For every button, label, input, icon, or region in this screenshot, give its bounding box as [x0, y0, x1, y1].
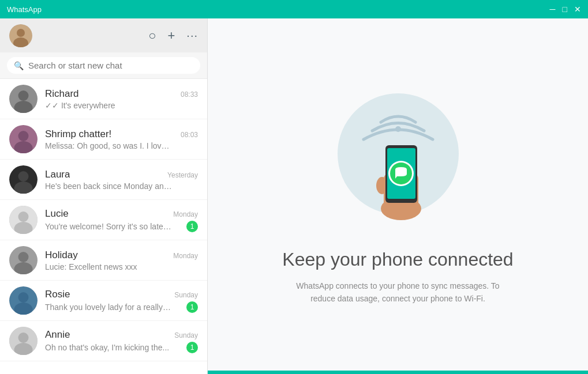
unread-badge: 1 [186, 301, 198, 313]
chat-bottom: Melissa: Oh good, so was I. I love 💗 S..… [45, 141, 198, 150]
new-chat-icon[interactable]: + [167, 28, 175, 43]
user-avatar[interactable] [9, 24, 32, 47]
chat-top: Richard 08:33 [45, 88, 198, 100]
chat-avatar [9, 246, 38, 274]
chat-time: Sunday [174, 331, 198, 339]
chat-preview: ✓✓ It's everywhere [45, 101, 115, 110]
chat-avatar [9, 327, 38, 355]
chat-top: Rosie Sunday [45, 289, 198, 300]
chat-item-holiday[interactable]: Holiday Monday Lucie: Excellent news xxx [0, 240, 207, 281]
svg-point-19 [18, 292, 29, 303]
close-button[interactable]: ✕ [574, 5, 581, 13]
minimize-button[interactable]: ─ [550, 5, 556, 13]
bottom-bar [208, 371, 588, 374]
chat-list: Richard 08:33 ✓✓ It's everywhere Shrimp [0, 79, 207, 374]
unread-badge: 1 [186, 221, 198, 232]
chat-preview: Melissa: Oh good, so was I. I love 💗 S..… [45, 141, 172, 150]
chat-item-richard[interactable]: Richard 08:33 ✓✓ It's everywhere [0, 79, 207, 119]
right-description: WhatsApp connects to your phone to sync … [289, 279, 508, 305]
chat-name: Shrimp chatter! [45, 129, 111, 140]
chat-top: Annie Sunday [45, 329, 198, 341]
chat-avatar [9, 125, 38, 153]
header-icons: ○ + ··· [148, 28, 198, 43]
svg-point-10 [18, 171, 29, 182]
illustration [317, 88, 479, 232]
chat-item-shrimp-chatter[interactable]: Shrimp chatter! 08:03 Melissa: Oh good, … [0, 119, 207, 160]
chat-item-annie[interactable]: Annie Sunday Oh no that's okay, I'm kick… [0, 321, 207, 361]
chat-top: Shrimp chatter! 08:03 [45, 129, 198, 140]
titlebar: WhatsApp ─ □ ✕ [0, 0, 588, 18]
chat-time: Sunday [174, 291, 198, 299]
search-bar: 🔍 [0, 52, 207, 79]
chat-time: Monday [173, 210, 198, 218]
chat-name: Annie [45, 329, 70, 341]
chat-avatar [9, 165, 38, 194]
chat-bottom: ✓✓ It's everywhere [45, 101, 198, 110]
left-header: ○ + ··· [0, 18, 207, 52]
chat-bottom: Thank you lovely lady for a really l... … [45, 301, 198, 313]
svg-point-1 [17, 29, 25, 37]
chat-info: Annie Sunday Oh no that's okay, I'm kick… [45, 329, 198, 353]
chat-top: Lucie Monday [45, 208, 198, 220]
chat-preview: Thank you lovely lady for a really l... [45, 303, 172, 312]
menu-icon[interactable]: ··· [186, 29, 198, 42]
right-content: Keep your phone connected WhatsApp conne… [271, 76, 525, 317]
chat-avatar [9, 85, 38, 113]
unread-badge: 1 [186, 342, 198, 353]
chat-item-laura[interactable]: Laura Yesterday He's been back since Mon… [0, 160, 207, 200]
main-layout: ○ + ··· 🔍 Richard [0, 18, 588, 374]
chat-time: 08:03 [181, 131, 198, 139]
maximize-button[interactable]: □ [563, 5, 567, 13]
chat-info: Rosie Sunday Thank you lovely lady for a… [45, 289, 198, 313]
chat-info: Lucie Monday You're welcome! Sorry it's … [45, 208, 198, 232]
chat-preview: Oh no that's okay, I'm kicking the... [45, 343, 169, 352]
chat-avatar [9, 286, 38, 315]
left-panel: ○ + ··· 🔍 Richard [0, 18, 208, 374]
search-input-wrap: 🔍 [7, 57, 200, 74]
refresh-icon[interactable]: ○ [148, 28, 156, 43]
chat-info: Laura Yesterday He's been back since Mon… [45, 169, 198, 191]
svg-point-7 [18, 131, 29, 141]
chat-info: Holiday Monday Lucie: Excellent news xxx [45, 250, 198, 271]
svg-point-25 [395, 126, 401, 132]
chat-info: Shrimp chatter! 08:03 Melissa: Oh good, … [45, 129, 198, 150]
svg-point-4 [18, 90, 29, 101]
chat-bottom: Oh no that's okay, I'm kicking the... 1 [45, 342, 198, 353]
chat-name: Lucie [45, 208, 69, 220]
chat-bottom: You're welcome! Sorry it's so late! ... … [45, 221, 198, 232]
chat-avatar [9, 206, 38, 234]
right-panel: Keep your phone connected WhatsApp conne… [208, 18, 588, 374]
svg-point-16 [18, 252, 29, 262]
chat-item-rosie[interactable]: Rosie Sunday Thank you lovely lady for a… [0, 281, 207, 321]
chat-name: Holiday [45, 250, 78, 261]
chat-info: Richard 08:33 ✓✓ It's everywhere [45, 88, 198, 110]
chat-name: Richard [45, 88, 79, 100]
chat-name: Rosie [45, 289, 70, 300]
right-title: Keep your phone connected [282, 249, 513, 270]
chat-top: Laura Yesterday [45, 169, 198, 180]
chat-preview: Lucie: Excellent news xxx [45, 262, 137, 271]
chat-bottom: Lucie: Excellent news xxx [45, 262, 198, 271]
chat-time: Yesterday [167, 171, 198, 179]
svg-point-22 [18, 333, 29, 343]
chat-preview: You're welcome! Sorry it's so late! ... [45, 222, 172, 231]
chat-bottom: He's been back since Monday and it's t..… [45, 182, 198, 191]
chat-item-lucie[interactable]: Lucie Monday You're welcome! Sorry it's … [0, 200, 207, 240]
app-title: WhatsApp [7, 5, 42, 14]
search-icon: 🔍 [14, 61, 24, 70]
window-controls: ─ □ ✕ [550, 5, 581, 13]
svg-point-13 [18, 211, 29, 222]
chat-preview: He's been back since Monday and it's t..… [45, 182, 172, 191]
chat-top: Holiday Monday [45, 250, 198, 261]
chat-name: Laura [45, 169, 70, 180]
chat-time: Monday [173, 252, 198, 260]
search-input[interactable] [28, 61, 193, 70]
chat-time: 08:33 [181, 90, 198, 99]
